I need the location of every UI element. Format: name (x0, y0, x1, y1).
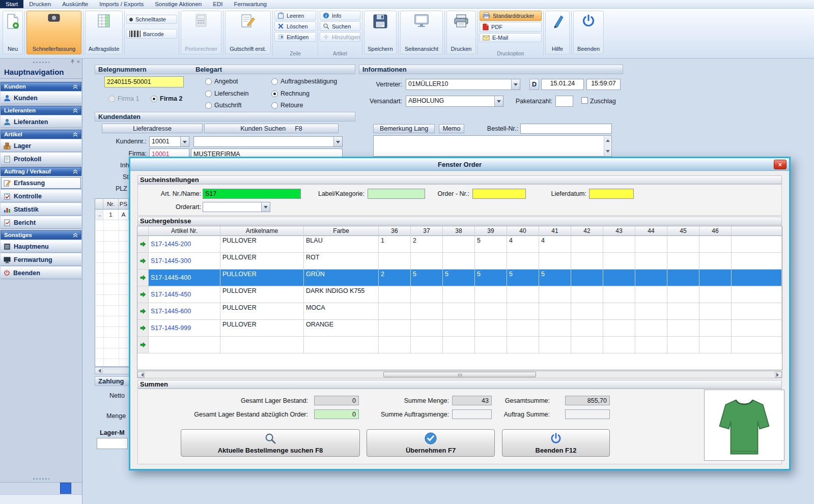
row-open-arrow-icon[interactable] (137, 303, 149, 320)
splitter-dots-icon[interactable] (33, 478, 49, 480)
menu-auskuenfte[interactable]: Auskünfte (57, 0, 94, 8)
email-button[interactable]: E-Mail (480, 33, 542, 42)
bemerkung-lang-button[interactable]: Bemerkung Lang (373, 124, 435, 133)
uhrzeit-field[interactable]: 15:59:07 (586, 79, 621, 90)
menu-drucken[interactable]: Drucken (23, 0, 57, 8)
gutschrift-button[interactable]: Gutschrift erst. (225, 11, 271, 54)
pin-icon[interactable] (70, 59, 75, 64)
scroll-left-button[interactable] (137, 372, 145, 378)
kundenname-dropdown[interactable] (193, 136, 343, 147)
menu-fernwartung[interactable]: Fernwartung (228, 0, 272, 8)
row-open-arrow-icon[interactable] (137, 320, 149, 337)
lieferadresse-button[interactable]: Lieferadresse (102, 124, 203, 133)
row-open-arrow-icon[interactable] (137, 337, 149, 353)
sidebar-item-hauptmenu[interactable]: Hauptmenu (1, 240, 81, 253)
radio-retoure[interactable]: Retoure (271, 102, 303, 109)
sidebar-item-kunden[interactable]: Kunden (1, 92, 81, 104)
schnellerfassung-button[interactable]: Schnellerfassung (26, 11, 81, 54)
scroll-left-button[interactable] (95, 368, 102, 374)
paketanzahl-input[interactable] (555, 96, 573, 107)
bestellnr-input[interactable] (520, 124, 612, 134)
radio-gutschrift[interactable]: Gutschrift (205, 102, 242, 109)
sidebar-section-auftrag-verkauf[interactable]: Auftrag / Verkauf (1, 167, 81, 176)
neu-button[interactable]: Neu (3, 11, 23, 54)
dialog-beenden-button[interactable]: Beenden F12 (502, 429, 610, 457)
sidebar-section-artikel[interactable]: Artikel (1, 130, 81, 139)
dialog-title-bar[interactable]: Fenster Order × (130, 158, 789, 171)
table-row[interactable]: S17-1445-450 PULLOVER DARK INDIGO K755 (137, 286, 782, 303)
vertreter-dropdown[interactable]: 01MÜLLER10 (406, 79, 520, 90)
table-row-empty[interactable] (137, 337, 782, 353)
seitenansicht-button[interactable]: Seitenansicht (400, 11, 443, 54)
memo-button[interactable]: Memo (439, 124, 464, 133)
lager-input[interactable] (97, 438, 128, 449)
sidebar-item-bericht[interactable]: Bericht (1, 216, 81, 229)
sidebar-item-erfassung[interactable]: Erfassung (1, 176, 81, 189)
menu-sonstige-aktionen[interactable]: Sonstige Aktionen (149, 0, 207, 8)
loeschen-button[interactable]: Löschen (274, 21, 316, 31)
kunden-suchen-button[interactable]: Kunden Suchen F8 (204, 124, 339, 133)
row-open-arrow-icon[interactable] (137, 270, 149, 286)
grid-hscrollbar[interactable] (95, 367, 129, 374)
radio-angebot[interactable]: Angebot (205, 78, 238, 85)
row-open-arrow-icon[interactable] (137, 286, 149, 303)
sidebar-item-statistik[interactable]: Statistik (1, 203, 81, 216)
menu-imports-exports[interactable]: Imports / Exports (94, 0, 149, 8)
order-nr-input[interactable] (472, 189, 526, 199)
zuschlag-checkbox[interactable] (581, 97, 588, 104)
dialog-close-button[interactable]: × (774, 160, 787, 169)
positions-grid[interactable]: Nr. PS → 1 A (95, 198, 129, 367)
close-panel-icon[interactable]: × (77, 58, 80, 65)
portorechner-button[interactable]: Portorechner (181, 11, 221, 54)
scroll-right-button[interactable] (775, 372, 782, 378)
versandart-dropdown[interactable]: ABHOLUNG (406, 96, 503, 107)
datum-field[interactable]: 15.01.24 (541, 79, 584, 90)
art-nr-name-input[interactable] (203, 189, 301, 199)
table-row-selected[interactable]: S17-1445-400 PULLOVER GRÜN 2 5 5 5 5 5 (137, 270, 782, 286)
table-row[interactable]: S17-1445-200 PULLOVER BLAU 1 2 5 4 4 (137, 236, 782, 253)
uebernehmen-button[interactable]: Übernehmen F7 (367, 429, 495, 457)
speichern-button[interactable]: Speichern (364, 11, 397, 54)
sidebar-item-lieferanten[interactable]: Lieferanten (1, 115, 81, 128)
radio-auftragsbestaetigung[interactable]: Auftragsbestätigung (271, 78, 337, 85)
sidebar-section-lieferanten[interactable]: Lieferanten (1, 106, 81, 115)
row-open-arrow-icon[interactable] (137, 253, 149, 270)
memo-scrollbar[interactable] (604, 136, 611, 156)
barcode-button[interactable]: Barcode (126, 29, 177, 39)
drucken-button[interactable]: Drucken (446, 11, 476, 54)
sidebar-item-kontrolle[interactable]: Kontrolle (1, 190, 81, 202)
scroll-up-icon[interactable] (606, 137, 610, 142)
sidebar-item-beenden[interactable]: Beenden (1, 266, 81, 279)
row-open-arrow-icon[interactable] (137, 236, 149, 253)
bestellmenge-suchen-button[interactable]: Aktuelle Bestellmenge suchen F8 (181, 429, 360, 457)
orderart-dropdown[interactable] (203, 202, 270, 212)
menu-edi[interactable]: EDI (207, 0, 228, 8)
radio-firma2[interactable]: Firma 2 (151, 95, 182, 102)
lieferdatum-input[interactable] (589, 189, 634, 199)
grid-row[interactable]: → 1 A (95, 210, 129, 220)
bemerkung-textarea[interactable] (373, 135, 612, 157)
hilfe-button[interactable]: Hilfe (545, 11, 570, 54)
schnelltaste-button[interactable]: Schnelltaste (126, 15, 177, 24)
info-button[interactable]: i Info (320, 11, 360, 20)
sidebar-grip[interactable]: × (0, 58, 82, 65)
belegnummer-input[interactable] (104, 76, 184, 87)
radio-rechnung[interactable]: Rechnung (271, 90, 310, 97)
sidebar-item-protokoll[interactable]: Protokoll (1, 153, 81, 165)
radio-lieferschein[interactable]: Lieferschein (205, 90, 248, 97)
beenden-button[interactable]: Beenden (573, 11, 604, 54)
menu-start[interactable]: Start (0, 0, 23, 8)
scrollbar-thumb[interactable] (383, 372, 536, 377)
table-row[interactable]: S17-1445-300 PULLOVER ROT (137, 253, 782, 270)
scroll-down-icon[interactable] (606, 150, 610, 155)
sidebar-item-lager[interactable]: Lager (1, 139, 81, 152)
standarddrucker-button[interactable]: Standarddrucker (480, 11, 542, 21)
pdf-button[interactable]: PDF (480, 22, 542, 32)
leeren-button[interactable]: Leeren (274, 11, 316, 20)
table-row[interactable]: S17-1445-999 PULLOVER ORANGE (137, 320, 782, 337)
radio-firma1[interactable]: Firma 1 (108, 95, 139, 102)
results-hscrollbar[interactable] (137, 371, 782, 378)
auftragsliste-button[interactable]: Auftragsliste (85, 11, 123, 54)
sidebar-section-kunden[interactable]: Kunden (1, 82, 81, 91)
hinzufuegen-button[interactable]: Hinzufügen (320, 32, 360, 42)
